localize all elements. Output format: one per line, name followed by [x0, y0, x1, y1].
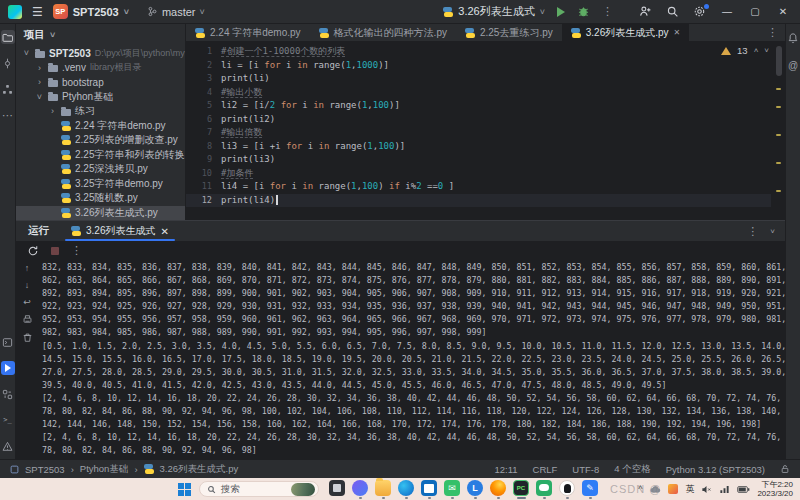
vcs-branch-selector[interactable]: master ˅: [147, 6, 205, 18]
code-line[interactable]: 11li4 = [i for i in range(1,100) if i%2 …: [186, 180, 771, 194]
python-console-tool-icon[interactable]: [1, 335, 15, 349]
stop-icon[interactable]: [51, 247, 59, 255]
code-line[interactable]: 12print(li4): [186, 194, 771, 208]
taskbar-app-mail[interactable]: [444, 480, 460, 499]
code-line[interactable]: 3print(li): [186, 72, 771, 86]
network-icon[interactable]: [719, 484, 730, 495]
code-editor[interactable]: 1#创建一个1-10000个数的列表2li = [i for i in rang…: [186, 42, 785, 220]
tree-item[interactable]: 2.24 字符串demo.py: [16, 119, 185, 134]
project-selector[interactable]: SP SPT2503 ˅: [53, 4, 129, 19]
ime-indicator[interactable]: 英: [685, 483, 694, 496]
taskbar-app-pycharm[interactable]: [513, 480, 529, 499]
editor-tab[interactable]: 2.24 字符串demo.py: [186, 24, 310, 41]
run-configuration-selector[interactable]: 3.26列表生成式 ˅: [443, 4, 545, 19]
tree-item[interactable]: 3.25字符串demo.py: [16, 177, 185, 192]
taskbar-app-firefox[interactable]: [490, 480, 506, 499]
hidden-icons-chevron[interactable]: ^: [638, 484, 642, 494]
tree-item[interactable]: 3.26列表生成式.py: [16, 206, 185, 221]
breadcrumb-folder[interactable]: Ptyhon基础: [80, 463, 129, 476]
tree-item[interactable]: 2.25深浅拷贝.py: [16, 162, 185, 177]
close-button[interactable]: ✕: [776, 6, 790, 17]
indent-setting[interactable]: 4 个空格: [614, 463, 650, 476]
hide-panel-icon[interactable]: ˅: [770, 227, 775, 236]
file-encoding[interactable]: UTF-8: [572, 464, 599, 475]
prev-problem-icon[interactable]: ˄: [754, 46, 759, 55]
close-tab-icon[interactable]: ✕: [160, 226, 168, 237]
close-tab-icon[interactable]: ✕: [674, 28, 681, 37]
search-everywhere-icon[interactable]: [666, 5, 679, 18]
expand-arrow-icon[interactable]: ˅: [35, 92, 44, 102]
taskbar-app-qq[interactable]: [559, 480, 575, 499]
mention-tool-icon[interactable]: @: [788, 60, 798, 71]
breadcrumb-file[interactable]: 3.26列表生成式.py: [160, 463, 239, 476]
start-button[interactable]: [178, 483, 191, 496]
code-line[interactable]: 8li3 = [i +i for i in range(1,100)]: [186, 140, 771, 154]
expand-arrow-icon[interactable]: ›: [35, 63, 44, 73]
tree-item[interactable]: ›.venvlibrary根目录: [16, 61, 185, 76]
scrollbar-thumb[interactable]: [776, 46, 782, 76]
terminal-tool-icon[interactable]: >_: [1, 413, 15, 427]
code-line[interactable]: 1#创建一个1-10000个数的列表: [186, 45, 771, 59]
taskbar-app-thunder[interactable]: [352, 480, 368, 499]
main-menu-icon[interactable]: ☰: [32, 5, 43, 19]
taskbar-app-tencent-l[interactable]: [467, 480, 483, 499]
code-line[interactable]: 2li = [i for i in range(1,1000)]: [186, 59, 771, 73]
taskbar-app-store[interactable]: [421, 480, 437, 499]
breadcrumb[interactable]: SPT2503 › Ptyhon基础 › 3.26列表生成式.py: [10, 463, 238, 476]
scroll-down-icon[interactable]: ↓: [25, 280, 30, 290]
next-problem-icon[interactable]: ˅: [764, 46, 769, 55]
tree-item[interactable]: ˅SPT2503D:\pyx\项目\python\myflaskde: [16, 46, 185, 61]
taskbar-app-edge[interactable]: [398, 480, 414, 499]
expand-arrow-icon[interactable]: ›: [48, 106, 57, 116]
onedrive-cloud-icon[interactable]: [649, 485, 661, 494]
console-more-icon[interactable]: ⋮: [71, 244, 82, 257]
notifications-bell-icon[interactable]: [787, 32, 799, 44]
inspection-widget[interactable]: 13 ˄ ˅: [721, 45, 769, 56]
taskbar-app-task-view[interactable]: [329, 480, 345, 499]
clear-all-icon[interactable]: [22, 332, 33, 343]
tree-item[interactable]: ›练习: [16, 104, 185, 119]
code-line[interactable]: 7#输出倍数: [186, 126, 771, 140]
tree-item[interactable]: 2.25列表的增删改查.py: [16, 133, 185, 148]
tray-app-icon[interactable]: [668, 484, 678, 494]
console-output[interactable]: 832, 833, 834, 835, 836, 837, 838, 839, …: [38, 259, 785, 459]
taskbar-app-wechat[interactable]: [536, 480, 552, 499]
tree-item[interactable]: ›bootstrap: [16, 75, 185, 90]
expand-arrow-icon[interactable]: ˅: [22, 48, 31, 58]
code-line[interactable]: 10#加条件: [186, 167, 771, 181]
run-tab[interactable]: 3.26列表生成式 ✕: [61, 221, 179, 241]
services-tool-icon[interactable]: [1, 387, 15, 401]
maximize-button[interactable]: ▢: [748, 6, 762, 17]
battery-icon[interactable]: [737, 485, 750, 494]
line-ending[interactable]: CRLF: [533, 464, 558, 475]
minimize-button[interactable]: —: [720, 6, 734, 17]
caret-position[interactable]: 12:11: [494, 464, 517, 475]
run-button[interactable]: [557, 7, 565, 17]
code-line[interactable]: 6print(li2): [186, 113, 771, 127]
editor-tab[interactable]: 3.26列表生成式.py✕: [562, 24, 690, 41]
settings-button[interactable]: [693, 5, 706, 18]
editor-scrollbar[interactable]: [772, 42, 785, 220]
commit-tool-icon[interactable]: [1, 56, 15, 70]
taskbar-clock[interactable]: 下午2:20 2023/3/20: [757, 480, 793, 498]
soft-wrap-icon[interactable]: ↩: [23, 297, 31, 307]
search-highlight-image[interactable]: [291, 483, 315, 496]
structure-tool-icon[interactable]: [1, 82, 15, 96]
taskbar-app-explorer[interactable]: [375, 480, 391, 499]
editor-tab[interactable]: 2.25去重练习.py: [456, 24, 562, 41]
taskbar-app-notes[interactable]: [582, 480, 598, 499]
more-tool-windows-icon[interactable]: ⋯: [1, 108, 15, 122]
lock-icon[interactable]: [780, 464, 790, 474]
tree-item[interactable]: 3.25随机数.py: [16, 191, 185, 206]
scroll-up-icon[interactable]: ↑: [25, 263, 30, 273]
editor-tab[interactable]: 格式化输出的四种方法.py: [310, 24, 456, 41]
debug-button[interactable]: [577, 5, 590, 18]
code-line[interactable]: 9print(li3): [186, 153, 771, 167]
code-line[interactable]: 5li2 = [i/2 for i in range(1,100)]: [186, 99, 771, 113]
rerun-icon[interactable]: [27, 245, 39, 257]
volume-muted-icon[interactable]: [701, 484, 712, 495]
problems-tool-icon[interactable]: [1, 439, 15, 453]
tree-item[interactable]: ˅Ptyhon基础: [16, 90, 185, 105]
print-icon[interactable]: [22, 314, 33, 325]
run-tool-icon[interactable]: [1, 361, 15, 375]
